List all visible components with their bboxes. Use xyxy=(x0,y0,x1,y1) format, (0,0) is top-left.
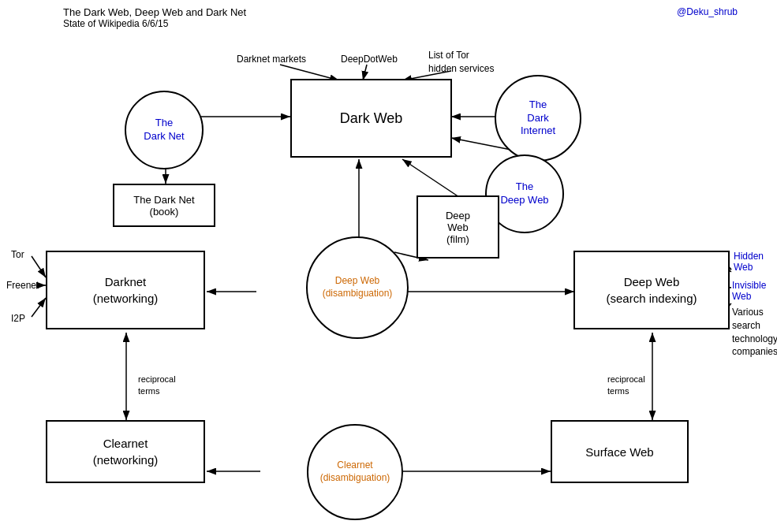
sub-title: State of Wikipedia 6/6/15 xyxy=(63,18,246,29)
credit: @Deku_shrub xyxy=(677,6,738,17)
dark-internet-circle: TheDarkInternet xyxy=(495,75,581,162)
tor-hidden-services-label: List of Torhidden services xyxy=(428,49,494,76)
deep-web-circle-label: TheDeep Web xyxy=(500,180,548,207)
deep-web-search-box: Deep Web(search indexing) xyxy=(573,251,730,329)
svg-line-18 xyxy=(32,256,46,277)
dark-net-circle: TheDark Net xyxy=(125,91,204,169)
darknet-markets-label: Darknet markets xyxy=(237,54,306,65)
deepdotweb-label: DeepDotWeb xyxy=(341,54,398,65)
clearnet-disamb-circle: Clearnet(disambiguation) xyxy=(307,424,403,520)
dark-net-book-label: The Dark Net(book) xyxy=(133,194,194,218)
i2p-label: I2P xyxy=(11,313,25,324)
dark-web-box: Dark Web xyxy=(290,79,452,158)
darknet-networking-box: Darknet(networking) xyxy=(46,251,205,329)
hidden-web-label: Hidden Web xyxy=(734,251,777,273)
deep-web-disamb-label: Deep Web(disambiguation) xyxy=(323,275,393,299)
svg-line-7 xyxy=(363,65,367,80)
main-title: The Dark Web, Deep Web and Dark Net xyxy=(63,6,246,18)
svg-line-20 xyxy=(32,298,46,317)
clearnet-disamb-label: Clearnet(disambiguation) xyxy=(320,459,390,484)
reciprocal-terms-left-label: reciprocalterms xyxy=(138,374,176,398)
dark-internet-label: TheDarkInternet xyxy=(521,99,555,139)
svg-line-6 xyxy=(280,65,339,80)
dark-net-book-box: The Dark Net(book) xyxy=(113,184,215,227)
title-block: The Dark Web, Deep Web and Dark Net Stat… xyxy=(63,6,246,29)
tor-label: Tor xyxy=(11,249,24,260)
surface-web-box: Surface Web xyxy=(551,420,689,483)
clearnet-networking-box: Clearnet(networking) xyxy=(46,420,205,483)
deep-web-search-label: Deep Web(search indexing) xyxy=(606,273,697,307)
svg-line-9 xyxy=(402,159,459,197)
deep-web-film-label: DeepWeb(film) xyxy=(446,210,470,245)
invisible-web-label: Invisible Web xyxy=(732,280,777,302)
reciprocal-terms-right-label: reciprocalterms xyxy=(607,374,645,398)
dark-net-circle-label: TheDark Net xyxy=(144,117,184,143)
deep-web-film-box: DeepWeb(film) xyxy=(417,195,499,259)
deep-web-disamb-circle: Deep Web(disambiguation) xyxy=(306,236,409,339)
surface-web-label: Surface Web xyxy=(585,445,653,459)
darknet-networking-label: Darknet(networking) xyxy=(93,273,159,307)
freenet-label: Freenet xyxy=(6,280,39,291)
search-technology-label: Various searchtechnologycompanies xyxy=(732,306,777,359)
clearnet-networking-label: Clearnet(networking) xyxy=(93,435,159,468)
dark-web-label: Dark Web xyxy=(340,110,403,127)
